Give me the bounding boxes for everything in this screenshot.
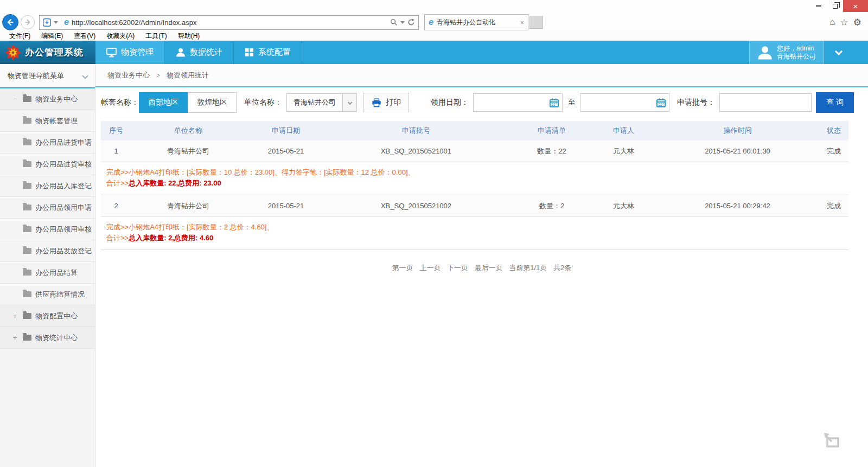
cell-date: 2015-05-21 (245, 202, 327, 210)
user-menu-toggle[interactable] (824, 41, 853, 64)
sidebar-title: 物资管理导航菜单 (8, 71, 83, 81)
date-to-label: 至 (568, 98, 576, 107)
folder-icon (23, 96, 31, 102)
menu-tools[interactable]: 工具(T) (141, 31, 171, 41)
folder-icon (23, 291, 31, 297)
restore-icon (833, 4, 838, 9)
batch-input[interactable] (719, 93, 812, 112)
monitor-icon (106, 48, 117, 57)
minimize-icon (816, 5, 821, 7)
restore-button[interactable] (827, 0, 843, 12)
close-button[interactable]: × (843, 0, 868, 12)
table-row: 2 青海钻井公司 2015-05-21 XB_SQ_20150521002 数量… (101, 195, 848, 217)
sidebar-item-requisition-apply[interactable]: 办公用品领用申请 (0, 197, 95, 219)
cell-unit: 青海钻井公司 (131, 201, 245, 211)
col-status[interactable]: 状态 (826, 126, 848, 136)
col-batch[interactable]: 申请批号 (327, 126, 506, 136)
forward-button[interactable] (21, 15, 35, 29)
col-seq[interactable]: 序号 (101, 126, 131, 136)
search-icon[interactable] (390, 18, 398, 26)
col-applicant[interactable]: 申请人 (598, 126, 649, 136)
breadcrumb-separator: > (156, 72, 160, 79)
page-last[interactable]: 最后一页 (475, 264, 503, 272)
date-to-input[interactable] (584, 94, 656, 111)
printer-icon (372, 98, 381, 107)
sidebar-item-statistics-center[interactable]: + 物资统计中心 (0, 327, 95, 349)
folder-icon (23, 204, 31, 210)
sidebar-item-purchase-review[interactable]: 办公用品进货审核 (0, 153, 95, 175)
date-to-field[interactable] (580, 93, 669, 112)
folder-icon (23, 226, 31, 232)
folder-icon (23, 118, 31, 124)
cell-status: 完成 (826, 201, 848, 211)
browser-tab[interactable]: e 青海钻井办公自动化 × (424, 14, 528, 30)
print-button[interactable]: 打印 (363, 93, 409, 112)
back-button[interactable] (2, 14, 18, 30)
user-company: 青海钻井公司 (777, 53, 816, 61)
app-logo: 办公管理系统 (0, 41, 95, 64)
browser-nav-row: e http://localhost:62002/Admin/Index.asp… (0, 14, 868, 31)
col-optime[interactable]: 操作时间 (649, 126, 826, 136)
expand-sign: + (11, 334, 19, 342)
menu-view[interactable]: 查看(V) (69, 31, 100, 41)
calendar-icon[interactable] (656, 98, 666, 107)
date-from-field[interactable] (473, 93, 563, 112)
new-tab-button[interactable] (529, 16, 543, 29)
breadcrumb: 物资业务中心 > 物资领用统计 (95, 64, 868, 87)
menu-favorites[interactable]: 收藏夹(A) (101, 31, 139, 41)
settings-gear-icon[interactable]: ⚙ (853, 17, 861, 28)
sidebar-item-purchase-apply[interactable]: 办公用品进货申请 (0, 132, 95, 153)
cell-applicant: 元大林 (598, 201, 649, 211)
cell-seq: 2 (101, 202, 131, 210)
cell-list: 数量：2 (506, 201, 598, 211)
sidebar-item-label: 办公用品结算 (35, 268, 78, 278)
home-icon[interactable]: ⌂ (829, 17, 835, 28)
date-from-input[interactable] (477, 94, 550, 111)
region-button-west[interactable]: 西部地区 (139, 92, 188, 113)
sidebar-item-label: 物资帐套管理 (35, 116, 78, 126)
refresh-icon[interactable] (407, 18, 415, 26)
sidebar-item-config-center[interactable]: + 物资配置中心 (0, 305, 95, 327)
compat-caret-icon[interactable] (54, 21, 58, 24)
address-bar[interactable]: e http://localhost:62002/Admin/Index.asp… (39, 15, 419, 30)
region-button-dunhuang[interactable]: 敦煌地区 (188, 92, 237, 113)
menu-edit[interactable]: 编辑(E) (36, 31, 68, 41)
search-button[interactable]: 查询 (816, 92, 854, 113)
detail-total-prefix: 合计>> (106, 179, 129, 187)
page-next[interactable]: 下一页 (447, 264, 468, 272)
breadcrumb-parent[interactable]: 物资业务中心 (107, 71, 150, 80)
minimize-button[interactable] (810, 0, 827, 12)
nav-tab-label: 物资管理 (121, 47, 154, 57)
page-first[interactable]: 第一页 (392, 264, 413, 272)
menu-file[interactable]: 文件(F) (4, 31, 35, 41)
row-detail: 完成>>小钢炮A4打印纸：[实际数量：10 总价：23.00]、得力签字笔：[实… (101, 162, 848, 195)
sidebar-item-stock-in[interactable]: 办公用品入库登记 (0, 175, 95, 197)
col-date[interactable]: 申请日期 (245, 126, 327, 136)
page-prev[interactable]: 上一页 (419, 264, 441, 272)
sidebar-item-account-mgmt[interactable]: 物资帐套管理 (0, 110, 95, 132)
search-caret-icon[interactable] (400, 21, 405, 24)
calendar-icon[interactable] (550, 98, 559, 107)
content-area: 物资业务中心 > 物资领用统计 帐套名称： 西部地区 敦煌地区 单位名称： 青海… (95, 64, 868, 467)
compatibility-view-icon[interactable] (43, 18, 51, 27)
url-text[interactable]: http://localhost:62002/Admin/Index.aspx (72, 18, 387, 27)
pagination: 第一页 上一页 下一页 最后一页 当前第1/1页 共2条 (95, 263, 868, 273)
tab-close-icon[interactable]: × (520, 18, 524, 27)
sidebar-item-requisition-review[interactable]: 办公用品领用审核 (0, 219, 95, 240)
col-list[interactable]: 申请清单 (506, 126, 598, 136)
favorites-star-icon[interactable]: ☆ (840, 17, 848, 28)
detail-items-line: 完成>>小钢炮A4打印纸：[实际数量：10 总价：23.00]、得力签字笔：[实… (106, 167, 848, 178)
col-unit[interactable]: 单位名称 (131, 126, 245, 136)
chevron-down-icon[interactable] (82, 73, 88, 79)
nav-tab-system-config[interactable]: 系统配置 (234, 41, 302, 64)
sidebar-item-supplier-settlement[interactable]: 供应商结算情况 (0, 284, 95, 305)
menu-help[interactable]: 帮助(H) (173, 31, 205, 41)
nav-tab-materials[interactable]: 物资管理 (95, 41, 165, 64)
user-info[interactable]: 您好，admin 青海钻井公司 (749, 41, 824, 64)
sidebar-item-material-business-center[interactable]: − 物资业务中心 (0, 88, 95, 110)
unit-select[interactable]: 青海钻井公司 (286, 93, 357, 112)
sidebar-item-settlement[interactable]: 办公用品结算 (0, 262, 95, 284)
select-chevron-box[interactable] (342, 94, 356, 111)
sidebar-item-distribution[interactable]: 办公用品发放登记 (0, 240, 95, 262)
nav-tab-statistics[interactable]: 数据统计 (165, 41, 234, 64)
